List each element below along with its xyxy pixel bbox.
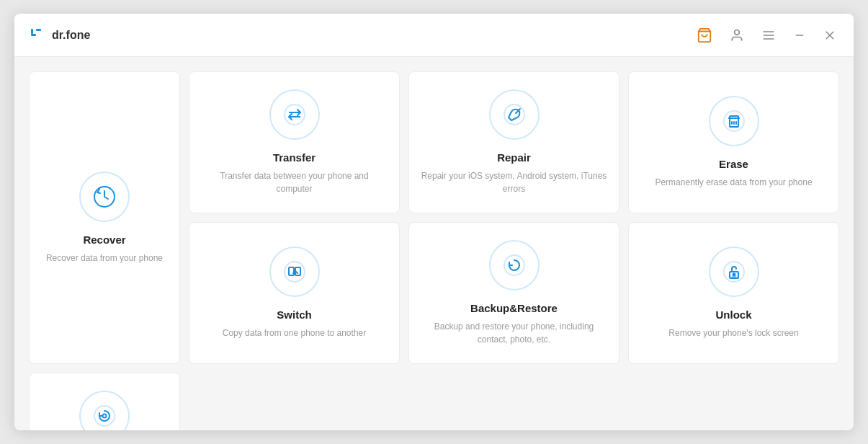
transfer-icon	[269, 89, 320, 140]
svg-point-33	[94, 406, 115, 426]
recover-title: Recover	[83, 234, 125, 246]
unlock-desc: Remove your phone's lock screen	[668, 327, 798, 339]
switch-icon	[269, 247, 320, 297]
app-window: dr.fone	[14, 14, 854, 430]
content-area: Recover Recover data from your phone Tra…	[14, 57, 854, 430]
svg-point-4	[735, 30, 740, 35]
erase-icon	[709, 96, 759, 146]
svg-point-34	[103, 414, 107, 418]
svg-rect-24	[289, 267, 294, 275]
recover-desc: Recover data from your phone	[46, 252, 163, 265]
switch-desc: Copy data from one phone to another	[223, 327, 366, 339]
svg-rect-0	[31, 34, 36, 36]
svg-point-15	[504, 105, 524, 125]
close-button[interactable]	[820, 26, 839, 45]
minimize-button[interactable]	[790, 26, 809, 45]
svg-rect-1	[31, 29, 33, 34]
transfer-title: Transfer	[273, 151, 316, 164]
backup-restore-desc: Backup and restore your phone, including…	[421, 320, 607, 346]
switch-title: Switch	[277, 308, 311, 321]
restore-social-card[interactable]: Restore Social App Backup&Restore your W…	[29, 373, 180, 430]
repair-title: Repair	[497, 151, 531, 164]
logo-area: dr.fone	[29, 27, 694, 44]
backup-restore-title: Backup&Restore	[470, 302, 558, 314]
erase-card[interactable]: Erase Permanently erase data from your p…	[628, 71, 839, 213]
recover-card[interactable]: Recover Recover data from your phone	[29, 71, 180, 364]
user-button[interactable]	[727, 25, 747, 45]
erase-title: Erase	[719, 158, 748, 170]
svg-point-29	[733, 274, 735, 276]
menu-button[interactable]	[759, 25, 779, 45]
svg-rect-2	[36, 29, 41, 31]
recover-icon	[79, 172, 130, 222]
repair-card[interactable]: Repair Repair your iOS system, Android s…	[408, 71, 619, 213]
title-actions	[694, 25, 839, 46]
logo-icon	[29, 27, 46, 44]
transfer-desc: Transfer data between your phone and com…	[201, 169, 388, 195]
backup-icon	[489, 240, 540, 290]
unlock-card[interactable]: Unlock Remove your phone's lock screen	[628, 222, 839, 364]
social-icon	[79, 391, 130, 430]
backup-restore-card[interactable]: Backup&Restore Backup and restore your p…	[408, 222, 619, 364]
unlock-icon	[709, 247, 759, 297]
cart-button[interactable]	[694, 25, 715, 46]
erase-desc: Permanently erase data from your phone	[655, 176, 812, 189]
repair-desc: Repair your iOS system, Android system, …	[421, 169, 607, 195]
repair-icon	[489, 89, 540, 140]
logo-text: dr.fone	[52, 29, 90, 42]
title-bar: dr.fone	[14, 14, 854, 57]
transfer-card[interactable]: Transfer Transfer data between your phon…	[189, 71, 400, 213]
switch-card[interactable]: Switch Copy data from one phone to anoth…	[189, 222, 400, 364]
svg-point-26	[504, 255, 524, 275]
unlock-title: Unlock	[715, 308, 751, 321]
svg-point-12	[285, 105, 305, 125]
